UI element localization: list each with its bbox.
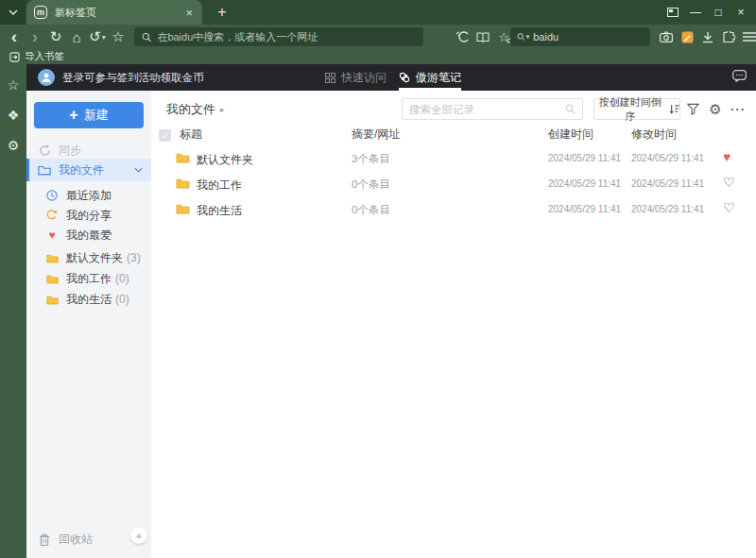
row-modified: 2024/05/29 11:41 [631,178,704,189]
favorite-page-button[interactable]: ☆ [108,26,129,47]
notes-search-input[interactable] [409,104,565,115]
select-all-checkbox[interactable]: ✓ [159,129,171,142]
column-created[interactable]: 创建时间 [548,127,593,143]
quick-search-box[interactable]: ▾ [510,27,650,46]
screenshot-camera-icon[interactable] [656,26,677,47]
titlebar: m 新标签页 × + — □ × [0,0,756,25]
favorite-heart-icon[interactable]: ♥ [723,150,730,163]
import-bookmarks-button[interactable]: 导入书签 [9,50,64,63]
extensions-icon[interactable] [718,26,739,47]
folder-icon [176,152,190,163]
new-note-button[interactable]: + 新建 [34,102,144,128]
search-icon [142,32,151,42]
maxnote-logo-icon [399,72,410,83]
forward-button[interactable]: › [25,26,45,47]
recent-label: 最近添加 [66,188,112,204]
table-row-my-work[interactable]: 我的工作 0个条目 2024/05/29 11:41 2024/05/29 11… [151,171,756,196]
favorite-heart-icon[interactable]: ♡ [723,176,735,189]
column-title[interactable]: 标题 [180,127,202,143]
folder-work-count: (0) [115,272,129,285]
toolbar-page-tools: ☆ [452,25,514,49]
table-row-default-folder[interactable]: 默认文件夹 3个条目 2024/05/29 11:41 2024/05/29 1… [151,145,756,171]
undo-button[interactable]: ↺ ▾ [87,26,108,47]
row-summary: 0个条目 [352,178,390,192]
sidebar-item-recent[interactable]: 最近添加 [26,185,151,206]
close-button[interactable]: × [730,0,752,25]
browser-tab-new-page[interactable]: m 新标签页 × [26,0,202,25]
row-created: 2024/05/29 11:41 [548,153,621,163]
sidebar-item-my-files[interactable]: 我的文件 [26,159,151,181]
tab-quick-access[interactable]: 快速访问 [325,64,387,91]
address-input[interactable] [157,31,416,42]
folder-icon [176,178,190,189]
undo-caret-icon: ▾ [102,33,106,42]
folder-icon [45,274,59,284]
user-avatar[interactable] [38,69,55,86]
column-modified[interactable]: 修改时间 [631,127,677,143]
breadcrumb[interactable]: 我的文件 ▸ [166,101,225,118]
tab-title: 新标签页 [55,6,183,20]
downloads-icon[interactable] [697,26,718,47]
new-tab-button[interactable]: + [210,0,234,25]
breadcrumb-arrow-icon: ▸ [220,105,225,114]
tab-maxnote[interactable]: 傲游笔记 [399,64,461,91]
trash-icon [38,533,51,546]
plus-icon: + [69,108,77,123]
filter-icon[interactable] [682,98,703,120]
more-options-icon[interactable]: ··· [728,98,748,120]
table-row-my-life[interactable]: 我的生活 0个条目 2024/05/29 11:41 2024/05/29 11… [151,196,756,222]
favorites-sidebar-icon[interactable]: ☆ [0,72,26,98]
sidebar-folder-default[interactable]: 默认文件夹 (3) [26,247,151,268]
feedback-icon[interactable] [732,70,747,82]
quick-search-input[interactable] [533,31,644,42]
reading-list-icon[interactable] [472,26,493,47]
folder-life-count: (0) [115,293,129,306]
row-summary: 3个条目 [352,152,390,166]
folder-icon [45,253,59,263]
my-files-label: 我的文件 [59,162,104,178]
breadcrumb-label: 我的文件 [166,101,215,118]
maxnote-sidebar-icon[interactable]: ❖ [0,102,26,128]
settings-sidebar-icon[interactable]: ⚙ [0,132,26,159]
favorite-heart-icon[interactable]: ♡ [723,201,735,214]
back-button[interactable]: ‹ [4,26,25,47]
sidebar-item-my-shares[interactable]: 我的分享 [26,205,151,226]
clock-icon [45,190,59,201]
column-summary[interactable]: 摘要/网址 [352,127,400,143]
my-shares-label: 我的分享 [66,208,112,224]
sidebar-item-favorites[interactable]: ♥ 我的最爱 [26,225,151,245]
sync-label: 同步 [59,143,81,159]
refresh-button[interactable]: ↻ [45,26,66,47]
navigation-toolbar: ‹ › ↻ ⌂ ↺ ▾ ☆ ☆ ▾ [0,25,756,49]
maximize-button[interactable]: □ [707,0,730,25]
settings-gear-icon[interactable]: ⚙ [705,98,726,120]
sort-order-button[interactable]: 按创建时间倒序 [593,98,680,120]
sidebar-item-sync[interactable]: 同步 [26,140,151,161]
row-modified: 2024/05/29 11:41 [631,153,704,163]
row-title: 我的工作 [197,178,242,194]
search-icon [565,104,576,114]
home-button[interactable]: ⌂ [66,26,87,47]
main-menu-icon[interactable]: ··· [739,26,756,47]
bookmarks-bar: 导入书签 [0,49,756,64]
row-title: 默认文件夹 [197,152,253,168]
collapse-sidebar-button[interactable]: « [130,527,147,544]
maxnote-collect-icon[interactable] [677,26,697,47]
reader-mode-icon[interactable] [452,26,472,47]
chevron-down-icon[interactable] [134,167,143,173]
notes-sidebar: + 新建 同步 我的文件 最近添加 [26,91,151,558]
browser-side-strip: ☆ ❖ ⚙ [0,64,26,558]
sidebar-folder-work[interactable]: 我的工作 (0) [26,268,151,289]
minimize-button[interactable]: — [684,0,707,25]
tab-list-button[interactable] [0,0,26,25]
layout-mode-icon[interactable] [662,0,684,25]
search-engine-caret-icon[interactable]: ▾ [526,33,530,41]
notes-search-box[interactable] [402,98,583,120]
login-banner[interactable]: 登录可参与签到活动领取金币 [62,64,204,91]
tab-quick-access-label: 快速访问 [341,70,387,86]
tab-close-icon[interactable]: × [183,6,195,20]
address-bar[interactable] [134,27,423,46]
sidebar-folder-life[interactable]: 我的生活 (0) [26,289,151,310]
user-icon [41,72,52,83]
row-title: 我的生活 [197,203,242,219]
